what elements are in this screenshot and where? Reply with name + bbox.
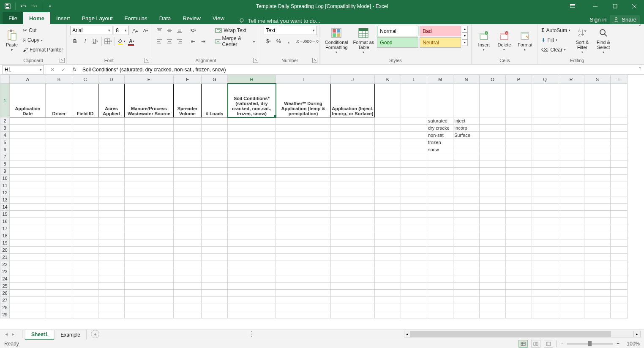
cell-J25[interactable] — [331, 283, 375, 290]
tab-review[interactable]: Review — [177, 12, 207, 24]
cell-I18[interactable] — [276, 232, 331, 239]
cell-B25[interactable] — [46, 283, 72, 290]
cell-I19[interactable] — [276, 239, 331, 247]
cell-J2[interactable] — [331, 117, 375, 125]
cell-L4[interactable] — [401, 132, 427, 139]
row-header-9[interactable]: 9 — [0, 168, 10, 175]
cell-P3[interactable] — [506, 125, 532, 132]
column-header-T[interactable]: T — [611, 75, 628, 84]
cell-J21[interactable] — [331, 254, 375, 261]
cell-P4[interactable] — [506, 132, 532, 139]
cell-B6[interactable] — [46, 146, 72, 153]
cell-Q1[interactable] — [532, 84, 558, 117]
cell-T25[interactable] — [611, 283, 628, 290]
cell-E21[interactable] — [125, 254, 174, 261]
cell-T26[interactable] — [611, 290, 628, 297]
column-header-K[interactable]: K — [375, 75, 401, 84]
cell-G14[interactable] — [202, 204, 228, 211]
cell-T8[interactable] — [611, 160, 628, 168]
cell-B17[interactable] — [46, 225, 72, 232]
sheet-tab-example[interactable]: Example — [54, 330, 87, 340]
cell-Q19[interactable] — [532, 239, 558, 247]
tab-file[interactable]: File — [3, 12, 23, 24]
cell-N7[interactable] — [453, 153, 480, 160]
cell-N17[interactable] — [453, 225, 480, 232]
row-header-16[interactable]: 16 — [0, 218, 10, 225]
cell-Q12[interactable] — [532, 189, 558, 196]
decrease-font-icon[interactable]: A▾ — [141, 26, 150, 35]
cell-D7[interactable] — [98, 153, 125, 160]
cell-D18[interactable] — [98, 232, 125, 239]
tab-view[interactable]: View — [207, 12, 230, 24]
spreadsheet-grid[interactable]: ABCDEFGHIJKLMNOPQRST1Application DateDri… — [0, 75, 644, 329]
cell-T17[interactable] — [611, 225, 628, 232]
cell-S20[interactable] — [584, 247, 611, 254]
cell-A15[interactable] — [10, 211, 46, 218]
cell-D12[interactable] — [98, 189, 125, 196]
cell-Q11[interactable] — [532, 182, 558, 189]
cell-S8[interactable] — [584, 160, 611, 168]
cell-N13[interactable] — [453, 196, 480, 204]
cell-N8[interactable] — [453, 160, 480, 168]
cell-D21[interactable] — [98, 254, 125, 261]
cell-M24[interactable] — [427, 275, 453, 283]
column-header-Q[interactable]: Q — [532, 75, 558, 84]
cell-P7[interactable] — [506, 153, 532, 160]
cell-E1[interactable]: Manure/Process Wastewater Source — [125, 84, 174, 117]
cell-M23[interactable] — [427, 268, 453, 275]
cell-P21[interactable] — [506, 254, 532, 261]
row-header-21[interactable]: 21 — [0, 254, 10, 261]
cell-N9[interactable] — [453, 168, 480, 175]
cell-M12[interactable] — [427, 189, 453, 196]
cell-L11[interactable] — [401, 182, 427, 189]
cell-C21[interactable] — [72, 254, 98, 261]
tab-insert[interactable]: Insert — [50, 12, 76, 24]
cell-Q9[interactable] — [532, 168, 558, 175]
cell-E5[interactable] — [125, 139, 174, 146]
delete-cells-button[interactable]: × Delete▾ — [495, 26, 513, 55]
cell-P18[interactable] — [506, 232, 532, 239]
font-size-select[interactable]: 8▾ — [114, 26, 129, 35]
cell-A6[interactable] — [10, 146, 46, 153]
collapse-ribbon-icon[interactable]: ˄ — [636, 24, 644, 64]
cell-G16[interactable] — [202, 218, 228, 225]
cell-E6[interactable] — [125, 146, 174, 153]
style-neutral[interactable]: Neutral — [420, 37, 461, 48]
cell-O1[interactable] — [480, 84, 506, 117]
cell-C15[interactable] — [72, 211, 98, 218]
cell-H28[interactable] — [228, 304, 276, 311]
cell-O23[interactable] — [480, 268, 506, 275]
cell-A26[interactable] — [10, 290, 46, 297]
borders-button[interactable]: ▾ — [104, 37, 113, 46]
cell-Q17[interactable] — [532, 225, 558, 232]
cell-N10[interactable] — [453, 175, 480, 182]
cell-F21[interactable] — [174, 254, 202, 261]
formula-input[interactable]: Soil Conditions* (saturated, dry cracked… — [80, 65, 636, 74]
cell-J18[interactable] — [331, 232, 375, 239]
cell-L15[interactable] — [401, 211, 427, 218]
cell-G25[interactable] — [202, 283, 228, 290]
cell-R11[interactable] — [558, 182, 584, 189]
cell-C25[interactable] — [72, 283, 98, 290]
cell-D11[interactable] — [98, 182, 125, 189]
cell-J29[interactable] — [331, 311, 375, 318]
cell-M10[interactable] — [427, 175, 453, 182]
cell-P28[interactable] — [506, 304, 532, 311]
cell-F3[interactable] — [174, 125, 202, 132]
cell-G2[interactable] — [202, 117, 228, 125]
cell-I2[interactable] — [276, 117, 331, 125]
cell-I10[interactable] — [276, 175, 331, 182]
cell-K24[interactable] — [375, 275, 401, 283]
wrap-text-button[interactable]: Wrap Text — [213, 26, 257, 35]
cell-L7[interactable] — [401, 153, 427, 160]
cell-L12[interactable] — [401, 189, 427, 196]
row-header-25[interactable]: 25 — [0, 283, 10, 290]
cell-I13[interactable] — [276, 196, 331, 204]
hscroll-thumb[interactable] — [411, 331, 611, 337]
cell-K14[interactable] — [375, 204, 401, 211]
styles-more[interactable]: ▾ — [462, 39, 468, 46]
cell-K26[interactable] — [375, 290, 401, 297]
cell-B26[interactable] — [46, 290, 72, 297]
cell-M6[interactable]: snow — [427, 146, 453, 153]
cell-Q4[interactable] — [532, 132, 558, 139]
